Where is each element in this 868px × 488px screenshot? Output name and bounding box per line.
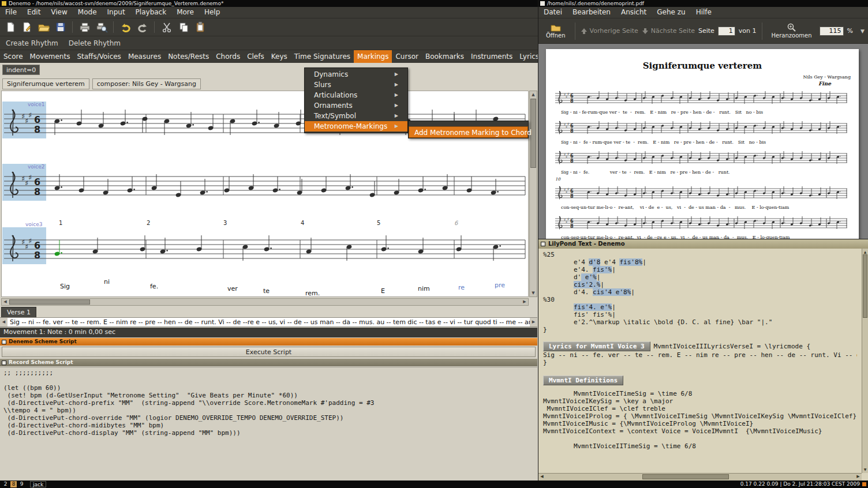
menu-help[interactable]: Help (199, 7, 225, 18)
undo-button[interactable] (118, 20, 133, 35)
lilypond-titlebar[interactable]: LilyPond Text - Denemo (538, 239, 868, 249)
score-menu-bookmarks[interactable]: Bookmarks (422, 50, 467, 63)
menu-item-metronome-markings[interactable]: Metronome-Markings▶ (305, 121, 407, 132)
next-page-button[interactable]: Nächste Seite (642, 27, 695, 35)
score-menu-chords[interactable]: Chords (212, 50, 244, 63)
scroll-left-icon[interactable]: ◀ (538, 474, 545, 480)
create-rhythm-button[interactable]: Create Rhythm (6, 39, 58, 47)
verse-lyrics-field[interactable]: ◀ Sig -- ni -- fe. ver -- te -- rem. E -… (0, 317, 537, 327)
menu-ansicht[interactable]: Ansicht (616, 7, 652, 18)
previous-page-button[interactable]: Vorherige Seite (581, 27, 638, 35)
scroll-thumb[interactable] (863, 254, 867, 318)
menu-edit[interactable]: Edit (22, 7, 46, 18)
zoom-input[interactable] (820, 27, 844, 36)
menu-item-text-symbol[interactable]: Text/Symbol▶ (305, 111, 407, 121)
menu-item-ornaments[interactable]: Ornaments▶ (305, 100, 407, 111)
scroll-left-icon[interactable]: ◀ (2, 299, 9, 305)
score-vertical-scrollbar[interactable]: ▲ ▼ (529, 91, 537, 297)
music-system-2[interactable]: voice2 ♯♯♯68 (2, 156, 529, 217)
score-menu-notes-rests[interactable]: Notes/Rests (164, 50, 212, 63)
verse-tab[interactable]: Verse 1 (1, 307, 36, 317)
menu-gehe-zu[interactable]: Gehe zu (652, 7, 690, 18)
page-number-input[interactable] (718, 27, 735, 36)
scroll-thumb[interactable] (642, 474, 729, 479)
score-menu-staffs-voices[interactable]: Staffs/Voices (73, 50, 124, 63)
workspace-9[interactable]: 9 (18, 481, 25, 487)
menu-mode[interactable]: Mode (73, 7, 102, 18)
new-file-button[interactable] (2, 20, 18, 35)
denemo-titlebar[interactable]: Denemo - /home/nils/wacost-svn/denemo/20… (0, 0, 538, 7)
lyrics-voice3-button[interactable]: Lyrics for MvmntI Voice 3 (543, 341, 650, 351)
lilypond-vertical-scrollbar[interactable]: ▲ ▼ (862, 249, 868, 473)
open-button[interactable]: Öffnen (542, 22, 570, 40)
scroll-up-icon[interactable]: ▲ (530, 91, 537, 98)
menu-file[interactable]: File (0, 7, 22, 18)
score-menu-movements[interactable]: Movements (27, 50, 74, 63)
lyrics-scroll-left-icon[interactable]: ◀ (0, 318, 8, 326)
scroll-right-icon[interactable]: ▶ (855, 474, 862, 480)
pdf-view[interactable]: Signiferumque verterem Nils Gey - Wargsa… (538, 44, 868, 239)
evince-titlebar[interactable]: /home/nils/.denemo/denemoprint.pdf (538, 0, 868, 7)
scroll-down-icon[interactable]: ▼ (530, 290, 537, 296)
verse-lyrics-text[interactable]: Sig -- ni -- fe. ver -- te -- rem. E -- … (8, 318, 530, 326)
print-preview-button[interactable] (93, 20, 109, 35)
score-menu-instruments[interactable]: Instruments (467, 50, 516, 63)
menu-item-slurs[interactable]: Slurs▶ (305, 80, 407, 90)
pdf-staff-1: ♯♯♯68 (553, 87, 851, 107)
menu-item-add-metronome-marking[interactable]: Add Metronome Marking to Chord (409, 126, 528, 138)
toolbar-overflow-icon[interactable]: ▼ (860, 28, 865, 34)
score-menu-clefs[interactable]: Clefs (244, 50, 268, 63)
composer-button[interactable]: composer: Nils Gey - Wargsang (92, 78, 201, 89)
new-from-template-button[interactable] (19, 20, 35, 35)
notification-icon[interactable] (862, 482, 866, 486)
mvmnt-definitions-button[interactable]: MvmntI Definitions (543, 376, 623, 385)
lilypond-lyrics-line[interactable]: Sig -- ni -- fe. ver -- te -- rem. E -- … (543, 351, 857, 359)
indent-directive-button[interactable]: indent=0 (2, 65, 40, 75)
menu-view[interactable]: View (46, 7, 72, 18)
jack-indicator[interactable]: jack (30, 481, 46, 487)
next-page-icon (642, 28, 649, 35)
execute-script-button[interactable]: Execute Script (2, 347, 536, 357)
lilypond-horizontal-scrollbar[interactable]: ◀ ▶ (538, 473, 862, 481)
lilypond-block1[interactable]: %25 e'4 d'8 e'4 fis'8%| e'4. fis'%| d' e… (543, 251, 857, 333)
scheme-script-panel-titlebar[interactable]: Denemo Scheme Script (0, 338, 537, 346)
menu-item-dynamics[interactable]: Dynamics▶ (305, 69, 407, 80)
menu-more[interactable]: More (171, 7, 199, 18)
score-menu-measures[interactable]: Measures (125, 50, 164, 63)
menu-playback[interactable]: Playback (130, 7, 172, 18)
copy-button[interactable] (175, 20, 191, 35)
score-menu-time-signatures[interactable]: Time Signatures (291, 50, 354, 63)
cut-button[interactable] (159, 20, 174, 35)
redo-button[interactable] (134, 20, 150, 35)
menu-bearbeiten[interactable]: Bearbeiten (567, 7, 616, 18)
menu-input[interactable]: Input (102, 7, 130, 18)
score-menu-cursor[interactable]: Cursor (392, 50, 421, 63)
score-menu-score[interactable]: Score (0, 50, 27, 63)
music-system-3[interactable]: voice3 1 2 3 4 5 6 ♯♯♯68 Sig ni fe. ver … (2, 217, 529, 296)
delete-rhythm-button[interactable]: Delete Rhythm (69, 39, 121, 47)
workspace-8-active[interactable]: 8 (10, 481, 17, 487)
workspace-2[interactable]: 2 (2, 481, 9, 487)
score-title-button[interactable]: Signiferumque verterem (2, 78, 89, 89)
menu-hilfe[interactable]: Hilfe (691, 7, 717, 18)
menu-datei[interactable]: Datei (538, 7, 567, 18)
scroll-down-icon[interactable]: ▼ (862, 466, 868, 473)
lilypond-block2[interactable]: MvmntIVoiceITimeSig = \time 6/8 MvmntIVo… (543, 390, 857, 450)
lyric-syllable-pending: pre (495, 281, 505, 289)
zoom-in-button[interactable]: Heranzoomen (768, 22, 816, 40)
print-button[interactable] (77, 20, 92, 35)
menu-item-articulations[interactable]: Articulations▶ (305, 90, 407, 100)
score-menu-keys[interactable]: Keys (268, 50, 291, 63)
scroll-thumb[interactable] (9, 299, 90, 305)
scheme-script-editor[interactable]: ;; ;;;;;;;;;; (let ((bpm 60)) (set! bpm … (0, 367, 537, 481)
paste-button[interactable] (192, 20, 208, 35)
lyrics-scroll-right-icon[interactable]: ▶ (530, 318, 537, 326)
save-file-button[interactable] (53, 20, 68, 35)
score-menu-markings[interactable]: Markings (354, 50, 392, 63)
open-file-button[interactable] (36, 20, 51, 35)
score-menu-lyrics[interactable]: Lyrics (516, 50, 538, 63)
record-scheme-panel-titlebar[interactable]: Record Scheme Script (0, 359, 537, 366)
lilypond-text-view[interactable]: %25 e'4 d'8 e'4 fis'8%| e'4. fis'%| d' e… (538, 249, 862, 473)
score-horizontal-scrollbar[interactable]: ◀ ▶ (1, 298, 529, 306)
scroll-right-icon[interactable]: ▶ (521, 299, 528, 305)
